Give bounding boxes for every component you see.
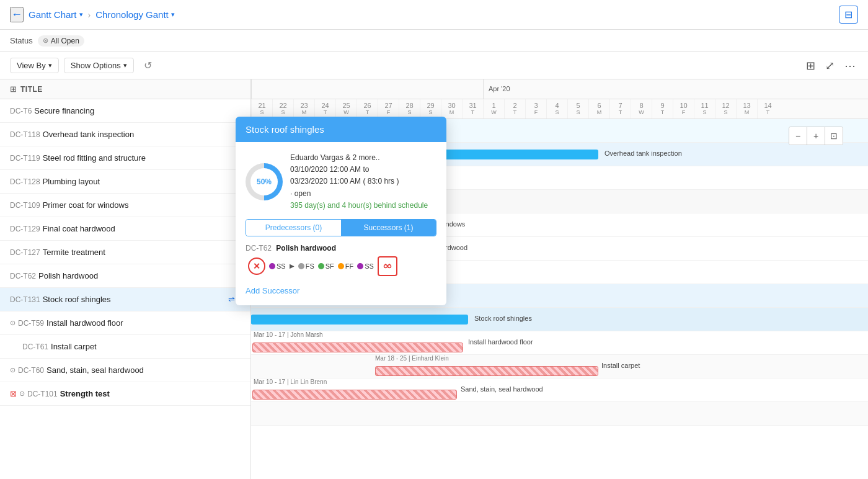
zoom-in-button[interactable]: +: [807, 127, 825, 145]
date-cell: 11S: [694, 99, 715, 119]
bar-label: Mar 10 - 17 | John Marsh: [254, 331, 323, 338]
view-by-button[interactable]: View By ▾: [10, 58, 59, 73]
zoom-out-button[interactable]: −: [789, 127, 807, 145]
dep-label: FF: [345, 262, 353, 270]
table-row[interactable]: DC-T118 Overhead tank inspection: [0, 123, 250, 146]
link-icon[interactable]: ⇌: [228, 295, 235, 304]
zoom-fit-button[interactable]: ⊡: [825, 127, 843, 145]
expand-icon-button[interactable]: ⤢: [823, 56, 837, 75]
dep-type-ss2: SS: [357, 262, 374, 270]
title-column-header: TITLE: [20, 85, 43, 94]
gantt-bar-red[interactable]: [375, 366, 598, 376]
popup-body: 50% Eduardo Vargas & 2 more.. 03/10/2020…: [236, 142, 446, 305]
table-row[interactable]: DC-T127 Termite treatment: [0, 241, 250, 264]
march-label: [251, 79, 483, 99]
more-options-button[interactable]: ⋯: [842, 56, 858, 75]
task-list: ⊞ TITLE DC-T6 Secure financing DC-T118 O…: [0, 79, 251, 479]
date-cell: 29S: [420, 99, 441, 119]
popup-tabs: Predecessors (0) Successors (1): [246, 219, 436, 236]
table-row[interactable]: DC-T6 Secure financing: [0, 99, 250, 123]
filter-button[interactable]: ⊟: [839, 6, 858, 24]
task-name: Plumbing layout: [43, 177, 100, 186]
table-row[interactable]: DC-T128 Plumbing layout: [0, 170, 250, 194]
popup-overlay: Stock roof shingles 50% Eduardo Vargas &…: [236, 117, 446, 305]
back-button[interactable]: ←: [10, 7, 24, 22]
task-id: DC-T109: [10, 201, 40, 210]
task-name: Sand, stain, seal hardwood: [46, 365, 144, 375]
popup-delay: 395 day(s) and 4 hour(s) behind schedule: [290, 200, 428, 212]
table-row[interactable]: DC-T131 Stock roof shingles ⇌ ℹ: [0, 288, 250, 311]
zoom-controls: − + ⊡: [789, 127, 843, 145]
task-id: DC-T128: [10, 177, 40, 186]
task-id: DC-T129: [10, 225, 40, 233]
breadcrumb-separator: ›: [88, 10, 91, 20]
status-value: All Open: [51, 37, 79, 45]
table-row[interactable]: ⊙ DC-T59 Install hardwood floor: [0, 311, 250, 335]
table-row[interactable]: DC-T129 Final coat hardwood: [0, 217, 250, 241]
table-row[interactable]: ⊙ DC-T60 Sand, stain, seal hardwood: [0, 359, 250, 382]
table-row[interactable]: DC-T62 Polish hardwood: [0, 264, 250, 288]
popup: Stock roof shingles 50% Eduardo Vargas &…: [236, 117, 446, 305]
link-dependency-button[interactable]: [378, 256, 397, 276]
chronology-gantt-chevron: ▾: [171, 11, 175, 19]
delete-dependency-button[interactable]: ✕: [248, 257, 265, 275]
date-cell: 13M: [736, 99, 757, 119]
link-icon: [382, 261, 393, 272]
view-by-chevron: ▾: [48, 61, 52, 69]
task-id: DC-T119: [10, 154, 40, 163]
predecessors-tab[interactable]: Predecessors (0): [246, 220, 341, 236]
table-row[interactable]: DC-T61 Install carpet: [0, 335, 250, 359]
task-list-header: ⊞ TITLE: [0, 79, 250, 99]
toolbar: View By ▾ Show Options ▾ ↺ ⊞ ⤢ ⋯: [0, 52, 868, 79]
date-cell: 12S: [715, 99, 736, 119]
chronology-gantt-breadcrumb[interactable]: Chronology Gantt ▾: [95, 9, 175, 20]
task-name: Secure financing: [34, 106, 94, 115]
date-cell: 30M: [441, 99, 462, 119]
task-id: DC-T6: [10, 107, 32, 115]
show-options-button[interactable]: Show Options ▾: [64, 58, 134, 73]
table-row[interactable]: DC-T109 Primer coat for windows: [0, 194, 250, 217]
successors-tab[interactable]: Successors (1): [341, 220, 436, 236]
dep-label: SF: [326, 262, 334, 270]
add-successor-link[interactable]: Add Successor: [246, 286, 299, 295]
group-expand-icon[interactable]: ⊙: [10, 366, 16, 374]
task-name: Strength test: [60, 389, 110, 398]
task-name: Stock roof shingles: [43, 295, 111, 304]
gantt-bar-red[interactable]: [252, 390, 457, 400]
gantt-bar-blue[interactable]: [251, 315, 468, 325]
popup-info: Eduardo Vargas & 2 more.. 03/10/2020 12:…: [290, 152, 428, 212]
main-content: ⊞ TITLE DC-T6 Secure financing DC-T118 O…: [0, 79, 868, 479]
date-cell: 14T: [757, 99, 778, 119]
date-cell: 21S: [251, 99, 272, 119]
date-cell: 5S: [567, 99, 588, 119]
group-expand-icon[interactable]: ⊙: [10, 319, 16, 327]
progress-circle: 50%: [246, 163, 283, 200]
task-id: DC-T60: [18, 366, 44, 375]
table-row[interactable]: DC-T119 Steel rod fitting and structure: [0, 146, 250, 170]
status-bar: Status ⊗ All Open: [0, 30, 868, 52]
toolbar-right: ⊞ ⤢ ⋯: [804, 56, 858, 75]
task-name: Install carpet: [51, 342, 97, 351]
popup-status: · open: [290, 188, 428, 200]
popup-progress-row: 50% Eduardo Vargas & 2 more.. 03/10/2020…: [246, 152, 436, 212]
group-expand-icon[interactable]: ⊙: [19, 390, 25, 398]
grid-icon-button[interactable]: ⊞: [804, 56, 818, 75]
task-id: DC-T118: [10, 130, 40, 139]
task-id: DC-T101: [27, 390, 58, 398]
task-name: Steel rod fitting and structure: [43, 153, 146, 163]
date-cell: 31T: [462, 99, 483, 119]
gantt-bar-red[interactable]: [252, 342, 463, 352]
table-row[interactable]: ⊠ ⊙ DC-T101 Strength test: [0, 382, 250, 406]
popup-title: Stock roof shingles: [246, 124, 324, 135]
gantt-chart-breadcrumb[interactable]: Gantt Chart ▾: [29, 9, 83, 20]
chronology-gantt-label: Chronology Gantt: [95, 9, 169, 20]
date-cell: 23M: [293, 99, 314, 119]
task-name: Install hardwood floor: [46, 318, 123, 328]
gantt-row: [251, 402, 868, 426]
svg-point-0: [384, 264, 387, 267]
dep-type-fs: FS: [298, 262, 314, 270]
date-cell: 9T: [652, 99, 673, 119]
status-close-icon[interactable]: ⊗: [43, 37, 48, 45]
undo-button[interactable]: ↺: [139, 57, 157, 74]
dep-label: SS: [277, 262, 286, 270]
